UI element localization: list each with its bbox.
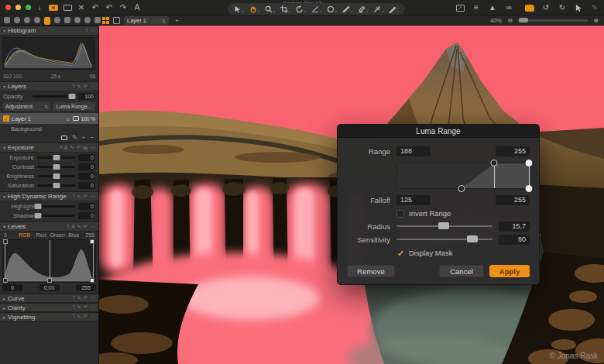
pencil-icon[interactable]: ✎ bbox=[77, 314, 81, 320]
sensitivity-slider[interactable] bbox=[396, 239, 492, 240]
levels-midtone-handle[interactable] bbox=[47, 278, 52, 283]
luma-graph[interactable] bbox=[396, 163, 530, 189]
mask-display-icon[interactable] bbox=[61, 136, 67, 140]
draw-mask-icon[interactable]: ✎ bbox=[72, 134, 77, 141]
delete-icon[interactable]: ✕ bbox=[76, 2, 87, 13]
levels-shadow-top-handle[interactable] bbox=[3, 239, 8, 244]
rotate-right-icon[interactable]: ↻ bbox=[557, 2, 568, 13]
zoom-out-icon[interactable]: ⊖ bbox=[506, 15, 514, 26]
sensitivity-value[interactable]: 80 bbox=[499, 235, 530, 245]
show-mask-icon[interactable] bbox=[524, 2, 535, 13]
more-icon[interactable]: ⋯ bbox=[91, 295, 96, 301]
shadow-slider[interactable] bbox=[37, 215, 75, 217]
layer-checkbox[interactable]: ✓ bbox=[3, 115, 9, 122]
layer-mask-icon[interactable] bbox=[73, 116, 79, 121]
range-low-input[interactable]: 188 bbox=[396, 146, 431, 156]
reset-icon[interactable]: ↶ bbox=[84, 295, 88, 301]
pan-hand-tool[interactable]: ▾ bbox=[249, 5, 259, 13]
radius-value[interactable]: 15,7 bbox=[499, 221, 530, 232]
help-icon[interactable]: ? bbox=[72, 194, 75, 200]
rotate-left-icon[interactable]: ↺ bbox=[541, 2, 551, 13]
curve-panel-header[interactable]: ▸ Curve ?✎↶⋯ bbox=[0, 294, 98, 303]
slider-value[interactable]: 0 bbox=[78, 212, 95, 219]
more-icon[interactable]: ⋯ bbox=[91, 194, 96, 200]
sensitivity-handle[interactable] bbox=[467, 235, 478, 242]
erase-mask-tool[interactable]: ▾ bbox=[358, 5, 368, 13]
apply-button[interactable]: Apply bbox=[489, 265, 530, 277]
reset-icon[interactable]: ↶ bbox=[77, 145, 81, 151]
contrast-slider[interactable] bbox=[37, 166, 75, 168]
brightness-icon[interactable]: ☼ bbox=[65, 116, 70, 122]
zoom-slider[interactable] bbox=[518, 19, 588, 22]
levels-black-value[interactable]: 0 bbox=[2, 284, 22, 291]
annotations-icon[interactable]: A bbox=[132, 2, 142, 13]
tab-batch-icon[interactable] bbox=[94, 17, 101, 23]
pencil-icon[interactable]: ✎ bbox=[77, 224, 81, 230]
levels-mid-value[interactable]: 0,00 bbox=[39, 284, 60, 291]
falloff-low-pin[interactable] bbox=[458, 185, 465, 192]
presets-icon[interactable]: ▤ bbox=[83, 145, 88, 151]
pencil-icon[interactable]: ✎ bbox=[70, 145, 74, 151]
channel-tab-blue[interactable]: Blue bbox=[66, 232, 82, 238]
straighten-tool[interactable]: ▾ bbox=[311, 5, 321, 13]
edit-pencil-icon[interactable]: ✎ bbox=[589, 2, 600, 13]
import-icon[interactable]: ↓ bbox=[34, 2, 45, 13]
adjustment-dropdown[interactable]: Adjustment ⇅ bbox=[3, 102, 50, 111]
pencil-icon[interactable]: ✎ bbox=[77, 84, 81, 90]
more-icon[interactable]: ⋯ bbox=[91, 84, 96, 90]
more-icon[interactable]: ⋯ bbox=[91, 304, 96, 311]
help-icon[interactable]: ? bbox=[72, 314, 75, 320]
layer-select[interactable]: Layer 1 ⇅ bbox=[124, 16, 169, 25]
auto-icon[interactable]: A bbox=[71, 224, 74, 230]
levels-white-value[interactable]: 255 bbox=[76, 284, 96, 291]
opacity-handle[interactable] bbox=[68, 94, 75, 99]
zoom-slider-handle[interactable] bbox=[519, 18, 528, 22]
help-icon[interactable]: ? bbox=[59, 145, 62, 151]
reset-icon[interactable]: ↶ bbox=[84, 304, 88, 311]
reset-icon[interactable]: ↶ bbox=[84, 194, 88, 200]
undo-icon[interactable]: ↶ bbox=[104, 2, 115, 13]
single-view-icon[interactable] bbox=[113, 17, 120, 24]
more-icon[interactable]: ⋯ bbox=[91, 224, 96, 230]
tab-color-icon[interactable] bbox=[34, 17, 40, 23]
range-high-pin[interactable] bbox=[526, 160, 533, 167]
pencil-icon[interactable]: ✎ bbox=[77, 194, 81, 200]
slider-value[interactable]: 0 bbox=[78, 154, 95, 161]
slider-value[interactable]: 0 bbox=[78, 163, 95, 170]
more-icon[interactable]: ⋯ bbox=[91, 314, 96, 320]
radius-handle[interactable] bbox=[438, 222, 449, 229]
slider-value[interactable]: 0 bbox=[78, 182, 95, 189]
clarity-panel-header[interactable]: ▸ Clarity ?✎↶⋯ bbox=[0, 303, 98, 312]
minimize-window-button[interactable] bbox=[15, 5, 21, 10]
channel-tab-rgb[interactable]: RGB bbox=[16, 232, 33, 238]
range-low-pin[interactable] bbox=[491, 160, 498, 167]
zoom-in-icon[interactable]: ⊕ bbox=[592, 15, 600, 26]
auto-icon[interactable]: A bbox=[64, 145, 67, 151]
add-layer-icon[interactable]: + bbox=[82, 134, 86, 141]
invert-range-checkbox[interactable] bbox=[396, 210, 404, 218]
reset-icon[interactable]: ↶ bbox=[84, 84, 88, 90]
radius-slider[interactable] bbox=[396, 225, 492, 227]
levels-highlight-top-handle[interactable] bbox=[90, 239, 94, 244]
help-icon[interactable]: ? bbox=[67, 224, 70, 230]
opacity-slider[interactable] bbox=[33, 95, 75, 98]
pencil-icon[interactable]: ✎ bbox=[77, 304, 81, 311]
tab-output-icon[interactable] bbox=[84, 17, 91, 23]
rotate-tool[interactable]: ▾ bbox=[296, 5, 306, 13]
help-icon[interactable]: ? bbox=[72, 304, 75, 311]
zoom-loupe-tool[interactable]: ▾ bbox=[265, 5, 275, 13]
tab-lens-icon[interactable] bbox=[24, 17, 30, 23]
crop-tool[interactable]: ▾ bbox=[280, 5, 290, 13]
capture-icon[interactable] bbox=[48, 2, 59, 13]
close-window-button[interactable] bbox=[5, 5, 11, 10]
more-icon[interactable]: ⋯ bbox=[91, 145, 96, 151]
browser-toggle-icon[interactable]: ≡ bbox=[471, 2, 482, 13]
cursor-mode-icon[interactable] bbox=[573, 2, 584, 13]
channel-tab-red[interactable]: Red bbox=[33, 232, 49, 238]
help-icon[interactable]: ? bbox=[85, 28, 88, 34]
range-high-input[interactable]: 255 bbox=[496, 146, 530, 156]
tab-exposure-icon[interactable] bbox=[44, 17, 50, 23]
vignetting-panel-header[interactable]: ▸ Vignetting ?✎↶⋯ bbox=[0, 312, 98, 321]
dialog-title[interactable]: Luma Range bbox=[338, 125, 539, 138]
viewer-toggle-icon[interactable]: ↗ bbox=[455, 2, 465, 13]
